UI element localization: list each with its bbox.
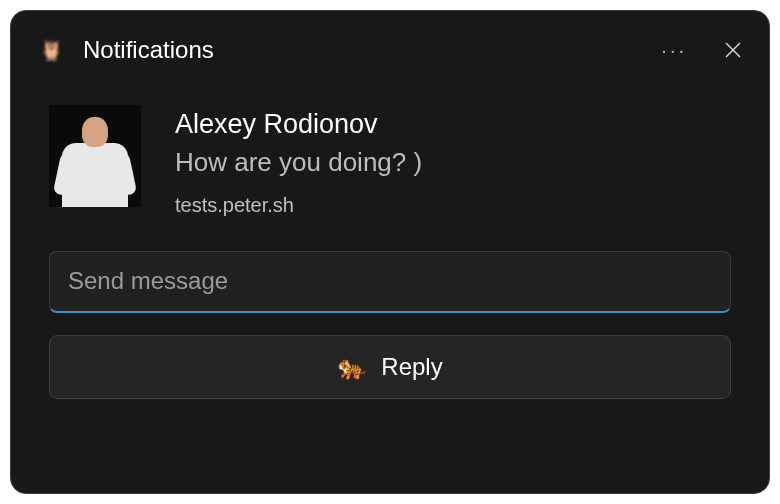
notification-header: 🦉 Notifications ···	[11, 11, 769, 83]
close-icon[interactable]	[723, 40, 743, 60]
avatar	[49, 105, 141, 207]
reply-button[interactable]: 🐅 Reply	[49, 335, 731, 399]
button-area: 🐅 Reply	[11, 313, 769, 399]
sender-name: Alexey Rodionov	[175, 107, 422, 142]
source-text: tests.peter.sh	[175, 194, 422, 217]
reply-button-label: Reply	[381, 353, 442, 381]
header-actions: ···	[661, 40, 743, 60]
header-title: Notifications	[83, 36, 661, 64]
notification-card: 🦉 Notifications ··· Alexey Rodionov How …	[10, 10, 770, 494]
message-input[interactable]	[49, 251, 731, 313]
input-area	[11, 223, 769, 313]
notification-content: Alexey Rodionov How are you doing? ) tes…	[11, 83, 769, 223]
app-icon: 🦉	[37, 36, 65, 64]
more-icon[interactable]: ···	[661, 40, 687, 60]
message-info: Alexey Rodionov How are you doing? ) tes…	[175, 105, 422, 217]
reply-icon: 🐅	[337, 355, 367, 379]
message-text: How are you doing? )	[175, 146, 422, 180]
